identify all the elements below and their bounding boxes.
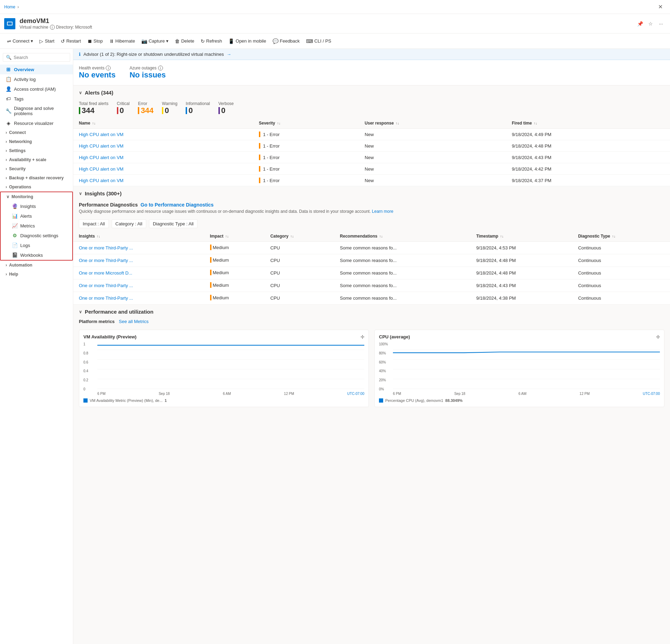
insights-col-recommendations[interactable]: Recommendations ↑↓ [334,231,471,242]
insights-col-timestamp[interactable]: Timestamp ↑↓ [471,231,573,242]
sidebar-item-tags[interactable]: 🏷 Tags [0,94,73,104]
insights-section: ∨ Insights (300+) Performance Diagnostic… [73,186,670,305]
chevron-right-icon: › [6,139,7,144]
insights-col-type[interactable]: Diagnostic Type ↑↓ [573,231,670,242]
sidebar-item-logs[interactable]: 📄 Logs [1,240,72,250]
alerts-col-name[interactable]: Name ↑↓ [73,118,253,129]
see-all-metrics-link[interactable]: See all Metrics [119,319,149,324]
insight-name-link[interactable]: One or more Microsoft D... [79,270,132,276]
cpu-chart-area: 100%80%60%40%20%0% [379,342,660,391]
sidebar-item-activity-log[interactable]: 📋 Activity log [0,74,73,84]
total-bar [79,107,80,114]
refresh-button[interactable]: ↻ Refresh [198,37,225,46]
cli-button[interactable]: ⌨ CLI / PS [303,37,334,46]
open-mobile-button[interactable]: 📱 Open in mobile [225,37,269,46]
chevron-right-icon: › [6,157,7,162]
sidebar-item-diagnostic-settings[interactable]: ⚙ Diagnostic settings [1,231,72,240]
logs-icon: 📄 [12,242,17,248]
alerts-col-fired[interactable]: Fired time ↑↓ [506,118,670,129]
warning-bar [162,107,163,114]
star-icon[interactable]: ☆ [646,19,655,29]
metrics-icon: 📈 [12,223,17,229]
restart-icon: ↺ [61,38,65,44]
sidebar-item-overview[interactable]: ⊞ Overview [0,65,73,74]
feedback-button[interactable]: 💬 Feedback [270,37,303,46]
hibernate-button[interactable]: ⏸ Hibernate [106,37,138,46]
sidebar-item-access-control[interactable]: 👤 Access control (IAM) [0,84,73,94]
insight-name-link[interactable]: One or more Third-Party ... [79,245,133,250]
svg-rect-1 [8,22,12,25]
sidebar-item-workbooks[interactable]: 📓 Workbooks [1,250,72,260]
sidebar-group-operations[interactable]: › Operations [0,182,73,192]
more-icon[interactable]: ··· [656,19,666,29]
insights-col-category[interactable]: Category ↑↓ [265,231,334,242]
sidebar-group-backup[interactable]: › Backup + disaster recovery [0,173,73,182]
azure-outages: Azure outages i No issues [129,66,166,80]
pin-cpu-chart-icon[interactable]: ⊹ [656,334,660,339]
filter-diagnostic-type[interactable]: Diagnostic Type : All [149,219,198,228]
insights-col-name[interactable]: Insights ↑↓ [73,231,204,242]
chevron-right-icon: › [6,166,7,171]
alerts-col-response[interactable]: User response ↑↓ [359,118,506,129]
insights-col-impact[interactable]: Impact ↑↓ [204,231,265,242]
alert-name-link[interactable]: High CPU alert on VM [79,132,124,137]
insights-filters: Impact : All Category : All Diagnostic T… [73,217,670,231]
sidebar-group-automation[interactable]: › Automation [0,261,73,270]
alerts-counts: Total fired alerts 344 Critical 0 Error [73,98,670,118]
stop-button[interactable]: ⏹ Stop [84,37,106,46]
filter-impact[interactable]: Impact : All [79,219,109,228]
vm-header-actions: 📌 ☆ ··· [635,19,666,29]
search-input[interactable] [14,55,67,60]
insights-chevron-icon: ∨ [79,191,82,196]
insights-section-header[interactable]: ∨ Insights (300+) [73,186,670,199]
insight-name-link[interactable]: One or more Third-Party ... [79,283,133,288]
sidebar-item-insights[interactable]: 🔮 Insights [1,201,72,211]
informational-bar [186,107,187,114]
sidebar-group-settings[interactable]: › Settings [0,146,73,155]
sidebar-item-resource-visualizer[interactable]: ◈ Resource visualizer [0,118,73,128]
table-row: One or more Third-Party ... Medium CPU S… [73,292,670,305]
sidebar-group-networking[interactable]: › Networking [0,137,73,146]
cpu-legend: Percentage CPU (Avg), demovm1 88.3049% [379,398,660,403]
table-row: High CPU alert on VM 1 - Error New 9/18/… [73,175,670,186]
start-button[interactable]: ▷ Start [37,37,57,46]
connect-button[interactable]: ⇌ Connect ▾ [4,37,36,46]
sidebar-group-monitoring[interactable]: ∨ Monitoring [1,192,72,201]
delete-button[interactable]: 🗑 Delete [172,37,197,46]
performance-section-header[interactable]: ∨ Performance and utilization [73,305,670,317]
breadcrumb-home[interactable]: Home [4,5,15,9]
filter-category[interactable]: Category : All [112,219,146,228]
advisor-link[interactable]: → [226,52,231,57]
alerts-section-header[interactable]: ∨ Alerts (344) [73,85,670,98]
health-section: Health events i No events Azure outages … [73,60,670,85]
vm-name: demoVM1 [20,17,92,25]
alert-critical: Critical 0 [117,101,130,115]
insight-name-link[interactable]: One or more Third-Party ... [79,258,133,263]
outages-info-icon[interactable]: i [158,66,163,70]
vm-availability-chart: VM Availability (Preview) ⊹ 10.80.60.40.… [79,330,369,407]
alert-name-link[interactable]: High CPU alert on VM [79,143,124,149]
sidebar-group-connect[interactable]: › Connect [0,128,73,137]
vm-availability-chart-lines [97,342,364,391]
alert-name-link[interactable]: High CPU alert on VM [79,178,124,183]
perf-diag-link[interactable]: Go to Performance Diagnostics [141,202,214,208]
insight-name-link[interactable]: One or more Third-Party ... [79,295,133,301]
alert-name-link[interactable]: High CPU alert on VM [79,155,124,160]
close-button[interactable]: ✕ [655,1,666,13]
pin-vm-chart-icon[interactable]: ⊹ [360,334,364,339]
pin-icon[interactable]: 📌 [635,19,645,29]
alert-error: Error 344 [138,101,154,115]
learn-more-link[interactable]: Learn more [372,209,393,214]
restart-button[interactable]: ↺ Restart [58,37,84,46]
sidebar-item-diagnose[interactable]: 🔧 Diagnose and solve problems [0,104,73,118]
capture-button[interactable]: 📷 Capture ▾ [139,37,171,46]
alert-name-link[interactable]: High CPU alert on VM [79,166,124,172]
sidebar-item-metrics[interactable]: 📈 Metrics [1,221,72,231]
cpu-chart: CPU (average) ⊹ 100%80%60%40%20%0% [374,330,664,407]
alerts-col-severity[interactable]: Severity ↑↓ [253,118,359,129]
sidebar-group-availability[interactable]: › Availability + scale [0,155,73,164]
sidebar-group-security[interactable]: › Security [0,164,73,173]
health-events-info-icon[interactable]: i [106,66,111,70]
sidebar-group-help[interactable]: › Help [0,270,73,279]
sidebar-item-alerts[interactable]: 📊 Alerts [1,211,72,221]
